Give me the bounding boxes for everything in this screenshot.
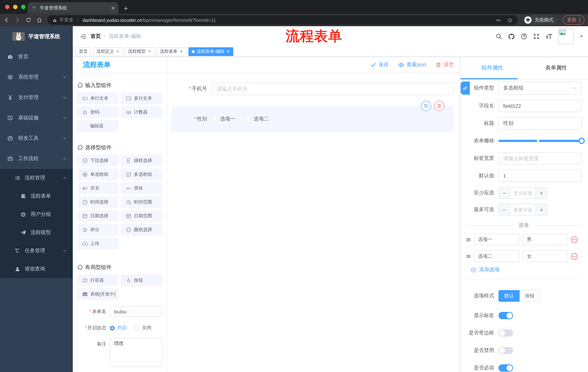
sidebar-item-home[interactable]: 首页	[0, 47, 73, 67]
component-color-picker[interactable]: 颜色选择	[121, 224, 162, 235]
sidebar-item-process-mgmt[interactable]: 流程管理	[0, 169, 73, 187]
option-label-input[interactable]	[474, 234, 520, 245]
tag-process-form-edit[interactable]: 流程表单-编辑✕	[188, 47, 233, 56]
style-default-button[interactable]: 默认	[498, 290, 520, 302]
font-size-icon[interactable]	[546, 33, 552, 40]
phone-input[interactable]	[211, 83, 454, 95]
component-checkbox-group[interactable]: 多选框组	[121, 169, 162, 180]
forward-icon[interactable]	[15, 17, 20, 23]
component-editor[interactable]: 编辑器	[77, 120, 119, 132]
tag-close-icon[interactable]: ✕	[179, 49, 183, 54]
stepper-minus-button[interactable]: −	[499, 204, 510, 215]
github-icon[interactable]	[508, 33, 515, 40]
zoom-window-button[interactable]	[21, 5, 25, 9]
clear-button[interactable]: 清空	[436, 62, 454, 68]
component-date-picker[interactable]: 日期选择	[77, 210, 119, 222]
form-grid-slider[interactable]	[498, 135, 581, 147]
title-input[interactable]	[498, 117, 581, 130]
option-value-input[interactable]	[523, 234, 568, 245]
component-rate[interactable]: 评分	[77, 224, 119, 235]
address-bar[interactable]: 不安全 dashboard.yudao.iocoder.cn/bpm/manag…	[47, 15, 518, 25]
tag-home[interactable]: 首页	[76, 47, 91, 56]
checkbox[interactable]	[211, 116, 217, 122]
stepper-minus-button[interactable]: −	[499, 187, 510, 198]
sidebar-item-devtools[interactable]: 研发工具	[0, 128, 73, 149]
component-time-range[interactable]: 时间范围	[121, 196, 162, 208]
browser-menu-icon[interactable]	[579, 18, 580, 22]
gender-option-2[interactable]: 选项二	[245, 116, 269, 122]
sidebar-item-task-mgmt[interactable]: 任务管理	[0, 242, 73, 260]
back-icon[interactable]	[4, 17, 10, 23]
drag-handle-icon[interactable]	[466, 254, 471, 259]
label-width-input[interactable]	[498, 152, 581, 165]
stepper-plus-button[interactable]: +	[536, 187, 547, 198]
sidebar-item-process-model[interactable]: 流程模型	[0, 223, 73, 242]
sidebar-item-workflow[interactable]: 工作流程	[0, 149, 73, 169]
field-name-input[interactable]	[498, 100, 581, 112]
min-select-stepper[interactable]: − +	[498, 187, 547, 199]
gender-option-1[interactable]: 选项一	[211, 116, 235, 122]
tag-close-icon[interactable]: ✕	[148, 49, 151, 54]
option-value-input[interactable]	[523, 250, 568, 262]
sidebar-item-infra[interactable]: 基础设施	[0, 108, 73, 128]
max-select-stepper[interactable]: − +	[498, 204, 547, 215]
new-tab-button[interactable]: +	[124, 3, 128, 14]
component-slider[interactable]: 滑块	[121, 182, 162, 194]
component-row-container[interactable]: 行容器	[77, 275, 119, 286]
avatar[interactable]	[558, 29, 573, 44]
reload-icon[interactable]	[25, 17, 31, 23]
sidebar-item-user-group[interactable]: 用户分组	[0, 205, 73, 223]
component-single-text[interactable]: 单行文本	[77, 93, 119, 104]
slider-track[interactable]	[498, 140, 581, 142]
border-toggle[interactable]	[498, 329, 513, 337]
tab-component-props[interactable]: 组件属性	[461, 57, 524, 79]
slider-thumb[interactable]	[578, 138, 585, 144]
help-icon[interactable]	[521, 33, 527, 40]
delete-field-button[interactable]	[434, 101, 444, 111]
default-value-input[interactable]	[498, 170, 581, 182]
minimize-window-button[interactable]	[13, 5, 18, 9]
tag-close-icon[interactable]: ✕	[227, 49, 230, 54]
component-type-select[interactable]: 多选框组	[498, 82, 581, 95]
component-upload[interactable]: 上传	[77, 238, 119, 249]
component-switch[interactable]: 开关	[77, 182, 119, 194]
max-select-input[interactable]	[510, 204, 536, 215]
caret-down-icon[interactable]	[579, 34, 584, 39]
tag-process-definition[interactable]: 流程定义✕	[93, 47, 123, 56]
component-time-picker[interactable]: 时间选择	[77, 196, 119, 208]
view-json-button[interactable]: 查看json	[398, 62, 426, 68]
sidebar-item-process-form[interactable]: 流程表单	[0, 187, 73, 205]
component-counter[interactable]: 计数器	[121, 106, 162, 118]
remove-option-icon[interactable]	[571, 236, 578, 243]
sidebar-item-system[interactable]: 系统管理	[0, 67, 73, 87]
component-table[interactable]: 表格[开发中]	[77, 288, 119, 300]
remove-option-icon[interactable]	[571, 253, 578, 260]
stepper-plus-button[interactable]: +	[536, 204, 547, 215]
tab-form-props[interactable]: 表单属性	[524, 57, 588, 79]
close-window-button[interactable]	[5, 5, 10, 9]
sidebar-toggle-button[interactable]	[76, 33, 91, 40]
component-select[interactable]: 下拉选择	[77, 155, 119, 166]
component-date-range[interactable]: 日期范围	[121, 210, 162, 222]
min-select-input[interactable]	[510, 187, 536, 198]
tag-process-model[interactable]: 流程模型✕	[125, 47, 154, 56]
bookmark-star-icon[interactable]	[507, 17, 513, 23]
status-radio-on[interactable]: 开启	[110, 325, 127, 331]
save-button[interactable]: 保存	[371, 62, 389, 68]
drag-handle-icon[interactable]	[466, 237, 471, 242]
required-toggle[interactable]	[498, 364, 513, 372]
option-label-input[interactable]	[474, 250, 520, 262]
tag-process-form[interactable]: 流程表单✕	[157, 47, 186, 56]
browser-tab[interactable]: 芋道管理系统 ✕	[28, 2, 119, 14]
home-icon[interactable]	[36, 17, 42, 23]
status-radio-off[interactable]: 关闭	[135, 325, 151, 331]
form-remark-textarea[interactable]: 嘿嘿	[110, 338, 162, 367]
component-cascader[interactable]: 级联选择	[121, 155, 162, 166]
url-text[interactable]: dashboard.yudao.iocoder.cn/bpm/manager/f…	[83, 17, 216, 23]
panel-handle-link-icon[interactable]	[461, 82, 470, 95]
search-icon[interactable]	[496, 33, 502, 40]
style-button-button[interactable]: 按钮	[520, 290, 540, 302]
component-button[interactable]: 按钮	[121, 275, 162, 286]
duplicate-field-button[interactable]	[421, 101, 431, 111]
password-key-icon[interactable]	[496, 17, 501, 23]
